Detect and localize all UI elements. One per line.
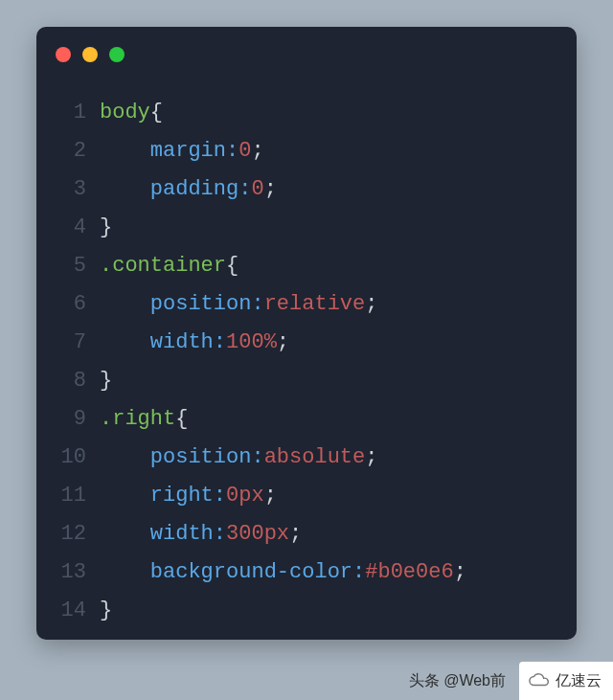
code-line: 3 padding:0;: [59, 170, 554, 209]
line-number: 5: [59, 247, 100, 285]
code-line: 1body{: [59, 94, 554, 132]
code-line: 7 width:100%;: [59, 324, 554, 362]
code-line: 13 background-color:#b0e0e6;: [59, 553, 554, 592]
code-line: 5.container{: [59, 247, 554, 285]
code-content: width:100%;: [100, 324, 554, 362]
line-number: 11: [59, 477, 100, 515]
code-content: .right{: [100, 400, 554, 439]
code-area: 1body{2 margin:0;3 padding:0;4}5.contain…: [36, 82, 577, 653]
stage: 1body{2 margin:0;3 padding:0;4}5.contain…: [0, 0, 613, 700]
code-content: body{: [100, 94, 554, 132]
code-window: 1body{2 margin:0;3 padding:0;4}5.contain…: [36, 27, 577, 640]
code-content: padding:0;: [100, 170, 554, 209]
line-number: 10: [59, 439, 100, 477]
line-number: 1: [59, 94, 100, 132]
code-line: 12 width:300px;: [59, 515, 554, 553]
code-line: 14}: [59, 592, 554, 630]
line-number: 4: [59, 209, 100, 247]
line-number: 14: [59, 592, 100, 630]
code-content: .container{: [100, 247, 554, 285]
footer: 头条 @Web前 亿速云: [409, 662, 613, 700]
code-line: 10 position:absolute;: [59, 439, 554, 477]
line-number: 3: [59, 170, 100, 209]
window-titlebar: [36, 27, 577, 82]
line-number: 13: [59, 553, 100, 592]
brand-text: 亿速云: [556, 671, 602, 691]
code-content: }: [100, 362, 554, 400]
cloud-icon: [529, 673, 550, 689]
line-number: 2: [59, 132, 100, 170]
close-dot-icon: [56, 47, 71, 62]
code-line: 8}: [59, 362, 554, 400]
line-number: 8: [59, 362, 100, 400]
minimize-dot-icon: [82, 47, 98, 62]
line-number: 9: [59, 400, 100, 439]
code-content: right:0px;: [100, 477, 554, 515]
code-line: 9.right{: [59, 400, 554, 439]
code-content: }: [100, 592, 554, 630]
line-number: 12: [59, 515, 100, 553]
brand-chip: 亿速云: [519, 662, 613, 700]
code-content: width:300px;: [100, 515, 554, 553]
code-line: 6 position:relative;: [59, 285, 554, 324]
code-line: 2 margin:0;: [59, 132, 554, 170]
code-line: 4}: [59, 209, 554, 247]
line-number: 7: [59, 324, 100, 362]
code-content: }: [100, 209, 554, 247]
line-number: 6: [59, 285, 100, 324]
code-content: position:relative;: [100, 285, 554, 324]
zoom-dot-icon: [109, 47, 125, 62]
code-line: 11 right:0px;: [59, 477, 554, 515]
attribution-text: 头条 @Web前: [409, 671, 506, 691]
code-content: position:absolute;: [100, 439, 554, 477]
code-content: margin:0;: [100, 132, 554, 170]
code-content: background-color:#b0e0e6;: [100, 553, 554, 592]
